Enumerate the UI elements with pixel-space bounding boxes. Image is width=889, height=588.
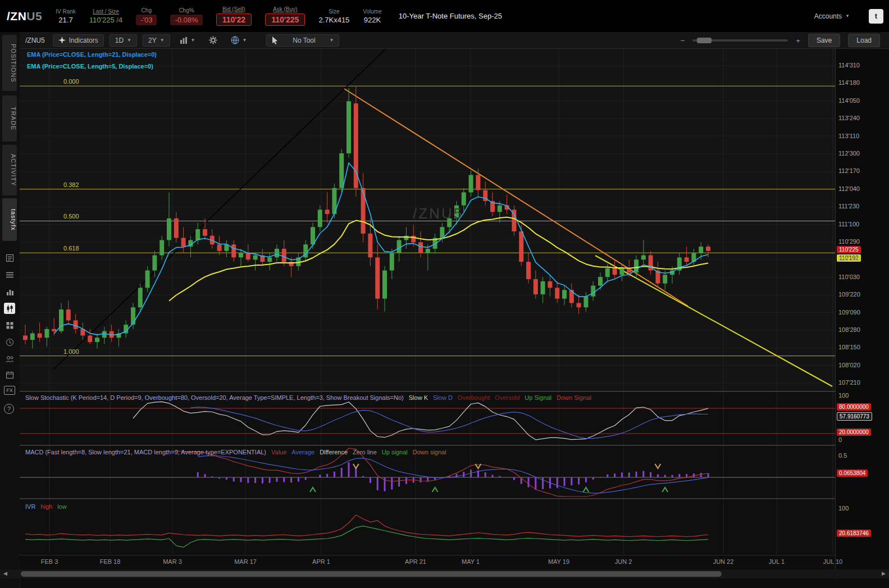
list-icon[interactable] xyxy=(4,269,15,280)
price-axis-label: 108'150 xyxy=(838,344,860,350)
quote-header: /ZNU5 IV Rank 21.7 Last / Size 110'225 /… xyxy=(0,0,889,32)
zoom-out-button[interactable]: − xyxy=(681,37,685,45)
chart-toolbar: /ZNU5 Indicators 1D▼ 2Y▼ ▼ ▼ No Tool ▼ −… xyxy=(20,32,889,49)
history-clock-icon[interactable] xyxy=(4,336,15,348)
time-axis-label: JUN 22 xyxy=(713,558,734,565)
price-axis-label: 113'240 xyxy=(838,115,860,121)
accounts-dropdown[interactable]: Accounts▼ xyxy=(814,12,850,20)
zoom-slider[interactable] xyxy=(692,39,788,42)
time-axis-label: MAY 1 xyxy=(462,558,480,565)
news-icon[interactable] xyxy=(4,252,15,263)
time-axis-label: JUL 1 xyxy=(769,558,785,565)
chevron-down-icon: ▼ xyxy=(160,38,165,43)
price-axis-label: 114'310 xyxy=(838,62,860,69)
candlestick-chart-icon[interactable] xyxy=(4,303,15,314)
stoch-oversold-tag: 20.0000000 xyxy=(837,429,871,436)
price-axis[interactable]: 110'225 110'192 100 80.0000000 57.916077… xyxy=(835,49,889,580)
price-axis-label: 112'170 xyxy=(838,167,860,174)
ivr-current-tag: 20.6183746 xyxy=(837,530,871,537)
stoch-axis-bottom: 0 xyxy=(838,436,842,443)
scroll-left-icon[interactable]: ◀ xyxy=(3,571,7,576)
volume-value: 922K xyxy=(364,16,381,24)
time-axis-label: MAY 19 xyxy=(548,558,569,565)
time-axis-label: JUN 2 xyxy=(615,558,632,565)
last-size-label: Last / Size xyxy=(93,8,119,15)
compare-dropdown[interactable]: ▼ xyxy=(227,34,251,46)
ivr-axis-top: 100 xyxy=(838,505,849,512)
volume-label: Volume xyxy=(363,8,381,15)
symbol: /ZNU5 xyxy=(7,10,42,23)
price-axis-label: 111'100 xyxy=(838,221,859,227)
chart-settings-button[interactable] xyxy=(205,34,221,46)
indicators-button[interactable]: Indicators xyxy=(53,34,104,47)
timeframe-dropdown[interactable]: 1D▼ xyxy=(110,34,137,47)
bid-button[interactable]: 110'22 xyxy=(216,13,252,26)
chevron-down-icon: ▼ xyxy=(191,38,195,43)
sidebar-tab-activity[interactable]: ACTIVITY xyxy=(2,145,17,195)
time-axis-label: APR 1 xyxy=(312,558,330,565)
price-axis-label: 109'220 xyxy=(838,291,860,298)
chg-value: -'03 xyxy=(136,15,157,25)
sidebar-tab-trade[interactable]: TRADE xyxy=(2,95,17,142)
save-button[interactable]: Save xyxy=(808,34,840,47)
stoch-overbought-tag: 80.0000000 xyxy=(837,403,871,411)
follow-traders-icon[interactable] xyxy=(4,353,15,364)
chevron-down-icon: ▼ xyxy=(243,38,247,43)
chevron-down-icon: ▼ xyxy=(127,38,131,43)
sidebar-tab-positions[interactable]: POSITIONS xyxy=(2,35,17,91)
chgpct-label: Chg% xyxy=(179,7,194,13)
indicators-star-icon xyxy=(58,37,66,44)
sidebar-tab-tastyfx[interactable]: tastyfx xyxy=(2,198,17,241)
help-icon[interactable]: ? xyxy=(4,404,14,414)
ask-button[interactable]: 110'225 xyxy=(265,13,305,26)
chart-type-dropdown[interactable]: ▼ xyxy=(176,35,199,45)
size-value: 2.7Kx415 xyxy=(318,16,349,24)
scrollbar-handle[interactable] xyxy=(21,571,722,577)
iv-rank-label: IV Rank xyxy=(56,8,76,15)
chart-type-icon xyxy=(180,37,188,44)
grid-icon[interactable] xyxy=(4,320,15,331)
last-size: /4 xyxy=(116,16,122,24)
range-dropdown[interactable]: 2Y▼ xyxy=(143,34,170,47)
time-axis-label: MAR 17 xyxy=(234,558,257,565)
bar-chart-icon[interactable] xyxy=(4,286,15,297)
compare-grid-icon xyxy=(231,36,239,44)
zoom-in-button[interactable]: + xyxy=(796,37,800,45)
toolbar-symbol: /ZNU5 xyxy=(25,37,45,44)
chg-label: Chg xyxy=(142,7,152,13)
price-axis-label: 108'020 xyxy=(838,362,860,368)
price-chart-canvas[interactable] xyxy=(20,49,835,554)
time-axis-label: FEB 18 xyxy=(100,558,121,565)
time-axis-label: FEB 3 xyxy=(41,558,58,565)
chgpct-value: -0.08% xyxy=(170,15,202,25)
price-axis-label: 114'050 xyxy=(838,97,860,104)
contract-title: 10-Year T-Note Futures, Sep-25 xyxy=(399,12,502,20)
price-axis-label: 112'040 xyxy=(838,185,860,192)
load-button[interactable]: Load xyxy=(848,34,880,47)
time-axis[interactable]: FEB 3FEB 18MAR 3MAR 17APR 1APR 21MAY 1MA… xyxy=(20,555,835,569)
chart-scrollbar[interactable]: ◀ ▶ xyxy=(0,569,889,578)
price-axis-label: 110'160 xyxy=(838,256,860,262)
chevron-down-icon: ▼ xyxy=(330,38,334,43)
drawing-tool-dropdown[interactable]: No Tool ▼ xyxy=(266,34,339,47)
app-badge-icon[interactable]: t xyxy=(869,9,883,24)
macd-axis-top: 0.5 xyxy=(838,452,847,459)
size-label: Size xyxy=(329,8,339,15)
zoom-slider-handle[interactable] xyxy=(697,38,712,43)
price-axis-label: 112'300 xyxy=(838,150,860,157)
stoch-current-tag: 57.9160773 xyxy=(837,412,872,421)
stoch-axis-top: 100 xyxy=(838,392,849,399)
cursor-icon xyxy=(272,37,279,44)
last-price: 110'225 xyxy=(89,16,115,24)
last-price-tag: 110'225 xyxy=(837,246,861,253)
price-axis-label: 108'280 xyxy=(838,326,860,333)
macd-current-tag: 0.0653804 xyxy=(837,470,868,477)
calendar-icon[interactable] xyxy=(4,369,15,380)
price-axis-label: 114'180 xyxy=(838,79,860,86)
price-axis-label: 110'290 xyxy=(838,238,860,245)
price-axis-label: 107'210 xyxy=(838,379,860,386)
price-axis-label: 113'110 xyxy=(838,133,859,139)
time-axis-label: APR 21 xyxy=(405,558,426,565)
scroll-right-icon[interactable]: ▶ xyxy=(882,571,886,576)
fx-icon[interactable]: FX xyxy=(4,386,15,395)
